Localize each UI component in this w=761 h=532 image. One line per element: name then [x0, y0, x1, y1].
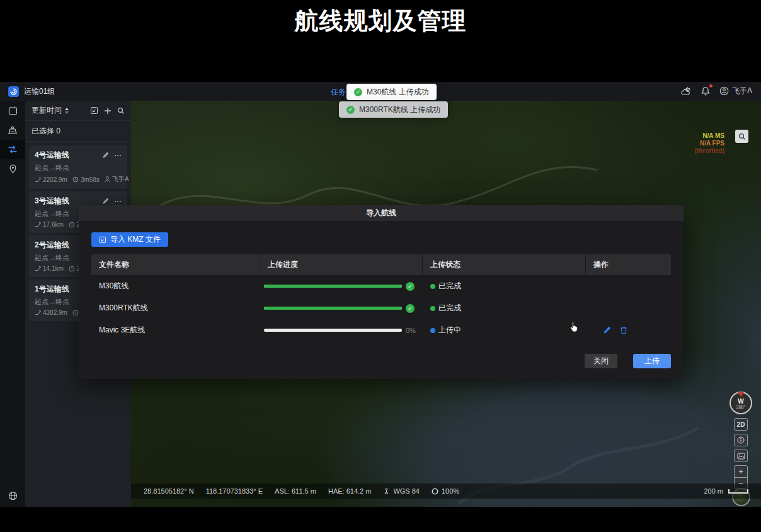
map-status-bar: 28.81505182° N 118.170731833° E ASL: 611… [131, 484, 761, 499]
col-file-name: 文件名称 [91, 254, 260, 275]
asl-readout: ASL: 611.5 m [275, 487, 316, 495]
progress-complete-icon: ✓ [406, 282, 415, 291]
zoom-in-button[interactable]: + [735, 466, 747, 478]
team-name[interactable]: 运输01组 [24, 86, 55, 97]
edit-file-icon[interactable] [603, 326, 611, 334]
upload-table-header: 文件名称 上传进度 上传状态 操作 [91, 254, 671, 275]
map-search-button[interactable] [735, 130, 748, 143]
upload-status: 已完成 [423, 303, 586, 314]
info-icon [737, 436, 745, 444]
route-endpoints: 起点→终点 [35, 163, 122, 173]
upload-button[interactable]: 上传 [633, 354, 671, 368]
route-distance: 14.1km [35, 265, 64, 272]
table-row: Mavic 3E航线 0% 上传中 [91, 319, 671, 341]
signal-ring-icon [432, 488, 438, 495]
route-icon [35, 266, 41, 271]
gnss-percent-readout: 100% [432, 487, 459, 495]
map-layers-button[interactable] [734, 450, 748, 462]
clock-icon [72, 310, 79, 316]
surveyor-icon [383, 488, 390, 495]
col-status: 上传状态 [423, 254, 586, 275]
route-item-4[interactable]: 4号运输线 起点→终点 2202.9m [29, 145, 127, 189]
toast-upload-success-m30: ✓ M30航线 上传成功 [346, 84, 437, 100]
bell-icon [701, 86, 710, 96]
upload-table: 文件名称 上传进度 上传状态 操作 M30航线 ✓ 已完成 [91, 254, 671, 341]
progress-bar [264, 329, 402, 332]
dialog-title: 导入航线 [79, 205, 684, 221]
route-name: 2号运输线 [35, 240, 69, 251]
selected-count: 已选择 0 [25, 121, 131, 142]
nav-globe-button[interactable] [0, 491, 25, 501]
avatar-icon [719, 86, 729, 96]
app-logo-icon[interactable] [8, 86, 19, 97]
app-window: N/A MS N/A FPS (throttled) W 288° 2D [0, 82, 761, 507]
import-file-icon [99, 236, 106, 244]
more-actions-icon[interactable] [114, 154, 122, 157]
status-dot [430, 306, 435, 311]
nav-schedule-button[interactable] [0, 101, 25, 120]
nav-locations-button[interactable] [0, 159, 25, 179]
hae-readout: HAE: 614.2 m [328, 487, 371, 495]
sort-control[interactable]: 更新时间 [31, 105, 69, 116]
import-route-icon[interactable] [90, 106, 98, 115]
sort-label: 更新时间 [31, 105, 62, 116]
search-icon [738, 133, 746, 140]
progress-percent: 0% [406, 327, 416, 334]
globe-icon [8, 491, 18, 501]
search-routes-icon[interactable] [117, 107, 125, 115]
route-duration: 3m58s [72, 176, 100, 183]
compass-north-arrow [738, 392, 744, 397]
toast-text: M300RTK航线 上传成功 [359, 105, 440, 115]
edit-route-icon[interactable] [102, 152, 109, 159]
route-list-toolbar: 更新时间 [25, 101, 131, 121]
import-routes-dialog: 导入航线 导入 KMZ 文件 文件名称 上传进度 上传状态 操作 M30航线 [79, 205, 684, 379]
ms-readout: N/A MS [695, 132, 724, 140]
clock-icon [72, 176, 79, 183]
add-route-icon[interactable] [104, 107, 112, 115]
calendar-icon [8, 106, 18, 115]
latitude-readout: 28.81505182° N [144, 487, 194, 495]
more-actions-icon[interactable] [114, 200, 122, 203]
route-name: 1号运输线 [35, 284, 69, 295]
progress-complete-icon: ✓ [406, 304, 415, 313]
scale-label: 200 m [704, 487, 723, 495]
table-row: M300RTK航线 ✓ 已完成 [91, 297, 671, 319]
edit-route-icon[interactable] [102, 198, 109, 205]
route-pilot: 飞手A [105, 175, 129, 184]
status-dot [430, 328, 435, 333]
datum-readout: WGS 84 [383, 487, 420, 495]
upload-status: 已完成 [423, 281, 586, 291]
tab-tasks[interactable]: 任务 [331, 87, 346, 98]
success-check-icon: ✓ [354, 88, 362, 96]
scale-bar [728, 489, 748, 494]
nav-routes-button[interactable] [0, 140, 25, 159]
route-distance: 4382.9m [35, 309, 67, 316]
weather-button[interactable] [680, 85, 692, 96]
nav-devices-button[interactable] [0, 120, 25, 140]
import-kmz-button[interactable]: 导入 KMZ 文件 [91, 232, 168, 247]
sort-arrows-icon [64, 108, 69, 114]
map-pin-icon [9, 164, 17, 174]
route-icon [35, 177, 41, 183]
route-name: 4号运输线 [35, 150, 69, 161]
close-button[interactable]: 关闭 [585, 354, 617, 368]
delete-file-icon[interactable] [620, 326, 627, 334]
dock-device-icon [8, 126, 18, 135]
notifications-button[interactable] [700, 85, 711, 96]
progress-bar [264, 307, 402, 310]
route-icon [35, 222, 41, 227]
compass-control[interactable]: W 288° [730, 392, 752, 414]
route-distance: 2202.9m [35, 176, 67, 183]
map-2d-toggle-button[interactable]: 2D [734, 418, 748, 431]
compass-direction: W [738, 399, 743, 405]
pilot-icon [105, 176, 110, 183]
user-menu[interactable]: 飞手A [719, 86, 752, 96]
status-dot [430, 284, 435, 289]
mouse-cursor [569, 321, 579, 332]
page-title: 航线规划及管理 [0, 5, 761, 37]
screen: 航线规划及管理 N/A MS N/A FPS (throttled) W [0, 0, 761, 532]
map-info-button[interactable] [734, 434, 748, 446]
longitude-readout: 118.170731833° E [206, 487, 263, 495]
col-progress: 上传进度 [260, 254, 423, 275]
notification-badge [709, 84, 712, 88]
